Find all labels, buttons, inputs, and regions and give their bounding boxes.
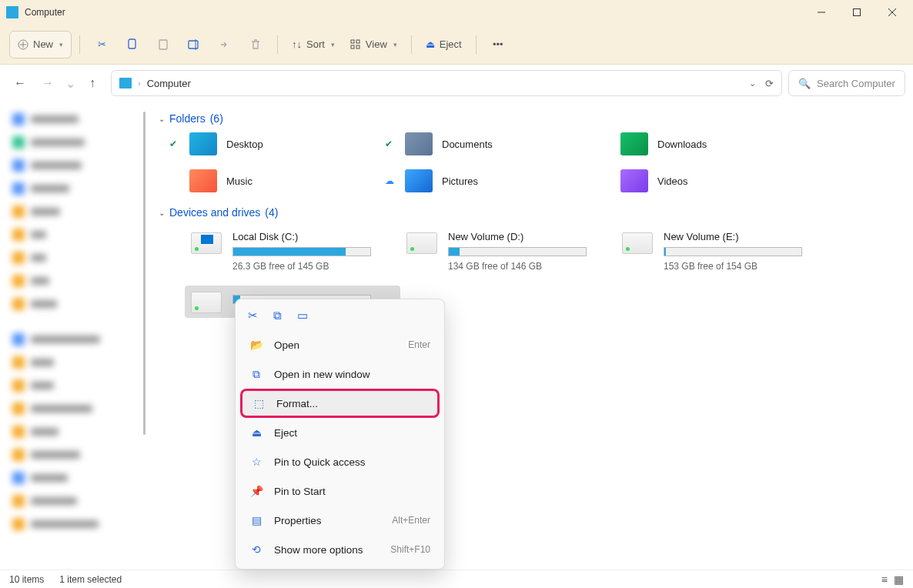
context-menu-item[interactable]: ⏏ Eject [240,418,440,447]
drive-free-text: 26.3 GB free of 145 GB [232,261,371,272]
copy-icon [126,38,139,51]
up-button[interactable]: ↑ [80,71,105,95]
copy-button[interactable] [119,31,146,58]
clipboard-icon [157,38,169,51]
titlebar: Computer [0,0,913,25]
storage-bar [232,247,371,256]
more-button[interactable]: ••• [484,31,512,58]
sync-badge-icon: ✔ [385,139,396,149]
folders-section-header[interactable]: ⌄ Folders (6) [159,112,904,125]
folder-item[interactable]: ✔ Documents [385,132,600,155]
chevron-down-icon: ▾ [59,41,63,48]
context-menu-item[interactable]: 📌 Pin to Start [240,476,440,506]
chevron-down-icon: ⌄ [159,209,165,217]
back-button[interactable]: ← [8,71,32,95]
drive-icon [406,232,437,254]
svg-rect-8 [159,40,167,49]
drives-section-header[interactable]: ⌄ Devices and drives (4) [159,206,904,219]
menu-item-label: Open [274,339,299,351]
context-menu-item[interactable]: ⟲ Show more options Shift+F10 [240,535,440,564]
folder-item[interactable]: Downloads [600,132,816,155]
view-icon [350,39,361,50]
drive-item[interactable]: New Volume (E:) 153 GB free of 154 GB [616,226,831,276]
drive-icon [622,232,653,254]
eject-icon: ⏏ [426,38,435,50]
cut-icon[interactable]: ✂ [248,309,258,322]
rename-icon[interactable]: ▭ [297,309,308,322]
context-menu-toolbar: ✂ ⧉ ▭ [240,304,440,330]
folder-label: Downloads [657,139,707,150]
folder-item[interactable]: Music [169,169,385,192]
ellipsis-icon: ••• [493,38,503,50]
context-menu-item[interactable]: ⬚ Format... [240,389,440,418]
context-menu-item[interactable]: 📂 Open Enter [240,330,440,359]
context-menu: ✂ ⧉ ▭ 📂 Open Enter⧉ Open in new window ⬚… [235,299,445,570]
folder-icon [620,169,648,192]
menu-item-label: Eject [274,427,297,439]
folder-icon [405,132,433,155]
folder-label: Documents [442,139,493,150]
view-label: View [366,38,387,50]
folder-icon [189,169,217,192]
menu-item-shortcut: Enter [408,339,430,350]
menu-item-label: Pin to Quick access [274,456,366,468]
search-input[interactable]: 🔍 Search Computer [788,70,905,96]
copy-icon[interactable]: ⧉ [273,309,282,322]
maximize-button[interactable] [839,0,875,25]
delete-button[interactable] [242,31,269,58]
eject-label: Eject [440,38,462,50]
context-menu-item[interactable]: ☆ Pin to Quick access [240,447,440,476]
new-button[interactable]: New ▾ [9,31,72,58]
context-menu-item[interactable]: ⧉ Open in new window [240,359,440,389]
minimize-button[interactable] [804,0,839,25]
folder-item[interactable]: ✔ Desktop [169,132,385,155]
folder-item[interactable]: ☁ Pictures [385,169,600,192]
search-placeholder: Search Computer [817,78,895,89]
forward-button[interactable]: → [35,71,60,95]
view-button[interactable]: View ▾ [344,31,403,58]
close-button[interactable] [875,0,910,25]
storage-bar [448,247,587,256]
svg-rect-14 [356,45,360,48]
separator [277,35,278,54]
tiles-view-button[interactable]: ▦ [894,573,904,586]
sort-button[interactable]: ↑↓ Sort ▾ [286,31,341,58]
drive-name: New Volume (E:) [664,231,802,242]
paste-button[interactable] [149,31,177,58]
folder-item[interactable]: Videos [600,169,816,192]
details-view-button[interactable]: ≡ [881,573,888,586]
folder-icon [620,132,648,155]
folders-label: Folders [169,112,206,125]
drive-item[interactable]: Local Disk (C:) 26.3 GB free of 145 GB [185,226,400,276]
svg-rect-11 [351,40,354,43]
folder-label: Videos [657,175,688,187]
address-bar[interactable]: › Computer ⌄ ⟳ [111,70,782,96]
menu-item-shortcut: Shift+F10 [390,544,430,555]
nav-row: ← → ⌄ ↑ › Computer ⌄ ⟳ 🔍 Search Computer [0,65,913,102]
drives-count: (4) [265,206,278,219]
recent-locations-button[interactable]: ⌄ [63,71,77,95]
context-menu-item[interactable]: ▤ Properties Alt+Enter [240,506,440,535]
chevron-down-icon[interactable]: ⌄ [749,79,756,89]
share-icon [219,38,231,51]
menu-item-label: Properties [274,515,322,526]
menu-item-label: Format... [276,398,318,409]
refresh-button[interactable]: ⟳ [765,78,774,89]
selection-count: 1 item selected [59,574,122,585]
separator [411,35,412,54]
menu-item-label: Pin to Start [274,486,326,497]
eject-button[interactable]: ⏏ Eject [420,31,468,58]
folder-icon [405,169,433,192]
share-button[interactable] [211,31,239,58]
rename-button[interactable] [180,31,208,58]
app-icon [6,6,18,18]
drive-name: New Volume (D:) [448,231,587,242]
cut-button[interactable]: ✂ [88,31,115,58]
sidebar [0,102,145,570]
rename-icon [188,38,200,51]
breadcrumb-segment[interactable]: Computer [147,78,191,89]
svg-rect-1 [854,9,861,16]
svg-rect-9 [189,41,198,48]
drive-item[interactable]: New Volume (D:) 134 GB free of 146 GB [400,226,616,276]
menu-item-label: Open in new window [274,369,370,380]
